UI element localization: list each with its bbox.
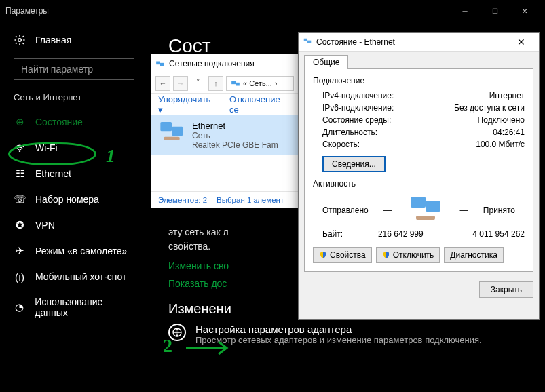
network-connections-window: Сетевые подключения ← → ˅ ↑ « Сеть... › … [151, 54, 299, 208]
computers-icon [407, 195, 445, 225]
disable-button[interactable]: Отключить [376, 247, 440, 263]
svg-point-1 [19, 151, 20, 151]
action-buttons: Свойства Отключить Диагностика [313, 247, 525, 263]
svg-rect-4 [160, 62, 164, 66]
nav-label: Режим «в самолете» [35, 246, 127, 256]
datausage-icon: ◔ [14, 301, 25, 313]
nav-label: Набор номера [35, 194, 99, 205]
svg-rect-6 [236, 82, 240, 85]
explorer-toolbar: Упорядочить ▾ Отключение се [151, 94, 298, 115]
ipv6-value: Без доступа к сети [454, 103, 525, 113]
svg-rect-13 [426, 201, 440, 212]
speed-value: 100.0 Мбит/с [476, 140, 525, 149]
organize-menu[interactable]: Упорядочить ▾ [158, 94, 217, 115]
settings-titlebar: Параметры ─ ☐ ✕ [0, 0, 545, 22]
search-input[interactable]: Найти параметр [14, 58, 134, 80]
adapter-item-ethernet[interactable]: Ethernet Сеть Realtek PCIe GBE Fam [151, 115, 298, 155]
tab-page-general: Подключение IPv4-подключение:Интернет IP… [304, 69, 533, 272]
tabstrip: Общие [304, 54, 533, 69]
svg-rect-10 [304, 38, 307, 41]
ethernet-icon: ☷ [14, 168, 26, 180]
properties-button[interactable]: Свойства [313, 247, 372, 263]
window-controls: ─ ☐ ✕ [450, 0, 540, 22]
adapter-settings-link[interactable]: Настройка параметров адаптера Просмотр с… [168, 324, 525, 345]
ipv4-label: IPv4-подключение: [322, 91, 394, 100]
nav-label: Wi-Fi [35, 142, 58, 153]
media-value: Подключено [478, 115, 525, 125]
up-button[interactable]: ˅ [191, 76, 206, 91]
disable-device-button[interactable]: Отключение се [229, 94, 291, 115]
network-folder-icon [231, 79, 240, 88]
diagnose-button[interactable]: Диагностика [444, 247, 504, 263]
svg-rect-14 [416, 216, 435, 220]
adapter-device: Realtek PCIe GBE Fam [192, 140, 278, 150]
nav-vpn[interactable]: ✪ VPN [0, 212, 148, 238]
breadcrumb: « Сеть... [243, 79, 272, 87]
svg-rect-3 [156, 61, 160, 64]
nav-ethernet[interactable]: ☷ Ethernet [0, 161, 148, 187]
shield-icon [319, 251, 327, 259]
dash-icon: — [460, 205, 468, 215]
forward-button[interactable]: → [173, 76, 188, 91]
ethernet-adapter-icon [303, 37, 312, 47]
sent-label: Отправлено [322, 205, 369, 215]
ethernet-adapter-icon [158, 121, 185, 144]
explorer-statusbar: Элементов: 2 Выбран 1 элемент [151, 191, 298, 208]
svg-rect-9 [164, 137, 179, 140]
vpn-icon: ✪ [14, 219, 26, 231]
duration-label: Длительность: [322, 128, 377, 137]
explorer-title: Сетевые подключения [169, 59, 255, 68]
nav-hotspot[interactable]: (ı) Мобильный хот-спот [0, 264, 148, 290]
adapter-name: Ethernet [192, 121, 278, 131]
airplane-icon: ✈ [14, 245, 26, 257]
chevron-right-icon: › [275, 79, 278, 87]
nav-label: Состояние [35, 117, 83, 128]
tab-general[interactable]: Общие [304, 55, 348, 69]
home-button[interactable]: Главная [0, 28, 148, 52]
dash-icon: — [383, 205, 392, 215]
bytes-recv: 4 011 954 262 [472, 229, 525, 239]
back-button[interactable]: ← [155, 76, 170, 91]
svg-rect-11 [307, 40, 311, 43]
search-placeholder: Найти параметр [21, 64, 93, 75]
section-label: Сеть и Интернет [0, 92, 148, 109]
ethernet-status-dialog: Состояние - Ethernet ✕ Общие Подключение… [298, 32, 540, 320]
nav-datausage[interactable]: ◔ Использование данных [0, 290, 148, 325]
maximize-button[interactable]: ☐ [480, 0, 510, 22]
adapter-desc: Просмотр сетевых адаптеров и изменение п… [195, 335, 482, 345]
svg-rect-5 [231, 81, 236, 84]
adapter-title: Настройка параметров адаптера [195, 324, 482, 335]
globe-icon [168, 324, 186, 341]
ipv6-label: IPv6-подключение: [322, 103, 394, 113]
dialog-title: Состояние - Ethernet [316, 37, 504, 47]
nav-label: Мобильный хот-спот [35, 271, 126, 282]
ipv4-value: Интернет [489, 91, 525, 100]
settings-window-title: Параметры [5, 6, 450, 16]
duration-value: 04:26:41 [493, 128, 525, 137]
adapter-network: Сеть [192, 131, 278, 140]
gear-icon [14, 34, 26, 46]
minimize-button[interactable]: ─ [450, 0, 480, 22]
hotspot-icon: (ı) [14, 271, 26, 283]
nav-wifi[interactable]: Wi-Fi [0, 135, 148, 161]
svg-rect-7 [160, 122, 172, 131]
home-label: Главная [35, 35, 71, 45]
bytes-sent: 216 642 999 [378, 229, 424, 239]
nav-airplane[interactable]: ✈ Режим «в самолете» [0, 238, 148, 264]
nav-dialup[interactable]: ☏ Набор номера [0, 187, 148, 212]
close-button[interactable]: ✕ [510, 0, 540, 22]
dialog-close-button[interactable]: ✕ [508, 34, 535, 50]
close-button[interactable]: Закрыть [479, 281, 533, 298]
status-icon: ⊕ [14, 116, 26, 128]
nav-status[interactable]: ⊕ Состояние [0, 109, 148, 135]
network-folder-icon [155, 59, 165, 68]
nav-label: VPN [35, 220, 55, 231]
up-button[interactable]: ↑ [208, 76, 223, 91]
item-count: Элементов: 2 [158, 196, 207, 204]
details-button[interactable]: Сведения... [322, 156, 386, 172]
selection-count: Выбран 1 элемент [217, 196, 284, 204]
svg-point-0 [18, 39, 22, 42]
explorer-titlebar: Сетевые подключения [151, 54, 298, 73]
dialog-titlebar: Состояние - Ethernet ✕ [299, 33, 539, 52]
address-bar[interactable]: « Сеть... › [226, 76, 294, 91]
